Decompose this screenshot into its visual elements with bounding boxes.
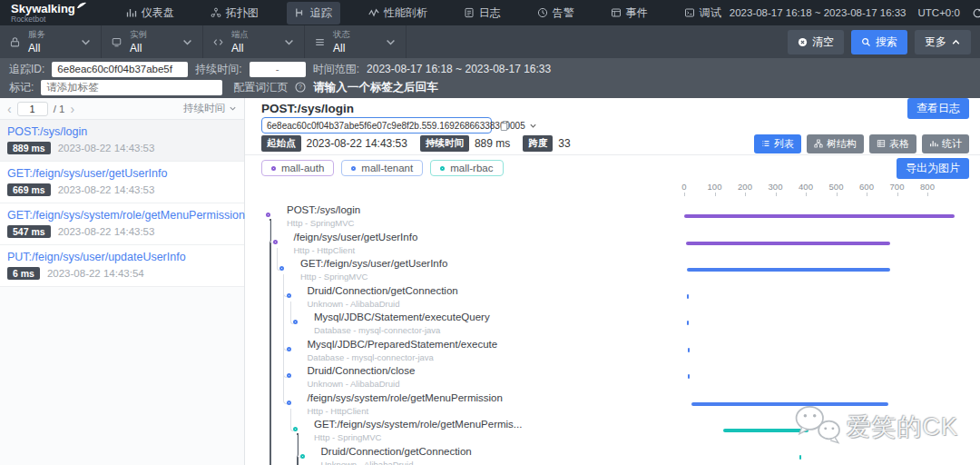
trace-id-input[interactable] [52,62,188,77]
view-mode-tree-button[interactable]: 树结构 [807,134,864,153]
service-chip-mall-rbac[interactable]: mall-rbac [430,160,503,176]
nav-item-label: 日志 [479,5,501,21]
trace-id-select[interactable]: 6e8eac60c0f04b37abe5f6e07c9e8f2b.559.169… [261,117,492,134]
span-count-value: 33 [558,137,570,150]
nav-item-profile[interactable]: 性能剖析 [360,2,436,25]
span-duration-bar[interactable] [688,374,690,379]
help-icon[interactable]: ? [295,82,306,93]
span-node-dot[interactable] [293,427,298,431]
service-chip-mall-tenant[interactable]: mall-tenant [341,160,423,176]
nav-item-event[interactable]: 事件 [603,2,656,25]
filter-text: 服务All [28,29,73,54]
trace-list-item[interactable]: GET:/feign/sys/user/getUserInfo669 ms202… [0,162,244,203]
trace-list-item[interactable]: POST:/sys/login889 ms2023-08-22 14:43:53 [0,120,244,162]
view-logs-button[interactable]: 查看日志 [907,98,969,119]
span-node-dot[interactable] [287,293,291,298]
next-page-icon[interactable]: › [70,103,74,115]
filter-label: 实例 [130,29,174,41]
span-duration-bar[interactable] [688,348,690,352]
nav-item-debug[interactable]: 调试 [676,2,730,25]
span-duration-bar[interactable] [686,242,890,245]
span-layer-label: Database - mysql-connector-java [308,352,434,362]
span-duration-bar[interactable] [687,321,689,325]
prev-page-icon[interactable]: ‹ [7,103,12,115]
span-duration-bar[interactable] [687,268,890,272]
page-input[interactable] [17,102,48,116]
axis-tick-label: 100 [701,182,729,192]
axis-tick-mark [837,193,838,196]
nav-item-trace[interactable]: 追踪 [287,2,340,25]
axis-tick-label: 400 [792,182,819,192]
span-node-dot[interactable] [287,401,291,405]
span-name[interactable]: GET:/feign/sys/user/getUserInfo [300,258,447,269]
view-mode-stats-button[interactable]: 统计 [922,134,969,153]
export-image-button[interactable]: 导出为图片 [897,158,969,179]
span-name[interactable]: Druid/Connection/close [308,365,416,376]
trace-list-item[interactable]: PUT:/feign/sys/user/updateUserInfo6 ms20… [0,245,244,287]
more-button[interactable]: 更多 [915,30,971,54]
alarm-icon [537,7,548,18]
span-name[interactable]: GET:/feign/sys/system/role/getMenuPermis… [314,419,522,430]
view-mode-label: 表格 [889,137,909,151]
span-node-dot[interactable] [300,454,305,459]
time-range-display[interactable]: 2023-08-17 16:18 ~ 2023-08-17 16:33 [730,7,906,18]
span-layer-label: Http - SpringMVC [314,432,381,442]
nav-item-dashboard[interactable]: 仪表盘 [118,2,182,25]
topology-icon [211,7,221,18]
span-name[interactable]: POST:/sys/login [287,204,360,215]
duration-input[interactable] [250,62,306,77]
span-name[interactable]: Mysql/JDBC/Statement/executeQuery [314,312,490,322]
span-layer-label: Http - HttpClient [308,406,369,416]
span-name[interactable]: Druid/Connection/getConnection [308,285,458,296]
nav-item-alarm[interactable]: 告警 [529,2,583,25]
config-dictionary-link[interactable]: 配置词汇页 [233,80,288,95]
trace-item-title: POST:/sys/login [7,125,237,138]
view-mode-switch: 列表树结构表格统计 [754,134,969,153]
axis-tick-mark [927,193,928,196]
span-node-dot[interactable] [287,347,291,351]
nav-item-topology[interactable]: 拓扑图 [202,2,267,25]
filter-bar: 服务All实例All端点All状态All 清空 搜索 更多 [0,25,980,58]
service-icon [9,36,21,48]
content-area: ‹ / 1 › 持续时间 POST:/sys/login889 ms2023-0… [0,98,980,465]
list-view-icon [761,139,770,148]
sort-dropdown[interactable]: 持续时间 [183,102,237,115]
trace-item-title: GET:/feign/sys/system/role/getMenuPermis… [7,209,237,222]
filter-dropdown-service[interactable]: 服务All [0,25,102,58]
chevron-down-icon [283,36,295,48]
span-name[interactable]: /feign/sys/system/role/getMenuPermission [308,392,503,403]
span-node-dot[interactable] [287,373,291,378]
span-node-dot[interactable] [266,213,270,217]
filter-dropdown-status[interactable]: 状态All [305,25,407,58]
stats-view-icon [929,139,938,148]
nav-menu: 仪表盘拓扑图追踪性能剖析日志告警事件调试 [118,2,730,25]
copy-icon[interactable] [499,120,511,132]
timezone-display[interactable]: UTC+0:0 [918,7,960,18]
chevron-down-icon [385,36,397,48]
trace-list-item[interactable]: GET:/feign/sys/system/role/getMenuPermis… [0,203,244,245]
span-duration-bar[interactable] [687,294,689,299]
span-duration-bar[interactable] [723,429,808,432]
span-name[interactable]: /feign/sys/user/getUserInfo [294,232,418,242]
view-mode-list-button[interactable]: 列表 [754,134,801,153]
service-chip-mall-auth[interactable]: mall-auth [261,160,334,176]
axis-tick-label: 200 [731,182,759,192]
span-node-dot[interactable] [279,266,284,271]
search-button[interactable]: 搜索 [851,30,907,54]
view-mode-table-button[interactable]: 表格 [869,134,916,153]
tag-input[interactable] [41,80,222,95]
span-name[interactable]: Mysql/JDBC/PreparedStatement/execute [308,339,498,350]
logo[interactable]: Skywalking Rocketbot [11,3,87,24]
trace-detail-header: POST:/sys/login 查看日志 6e8eac60c0f04b37abe… [245,98,980,152]
clear-button[interactable]: 清空 [788,30,844,54]
span-duration-bar[interactable] [691,402,888,406]
span-name[interactable]: Druid/Connection/getConnection [321,446,472,457]
filter-dropdown-endpoint[interactable]: 端点All [203,25,305,58]
span-node-dot[interactable] [273,240,278,244]
filter-dropdown-instance[interactable]: 实例All [102,25,203,58]
nav-item-log[interactable]: 日志 [456,2,509,25]
span-node-dot[interactable] [293,320,298,324]
refresh-icon[interactable] [972,7,980,19]
span-duration-bar[interactable] [684,214,955,218]
span-duration-bar[interactable] [799,455,801,460]
